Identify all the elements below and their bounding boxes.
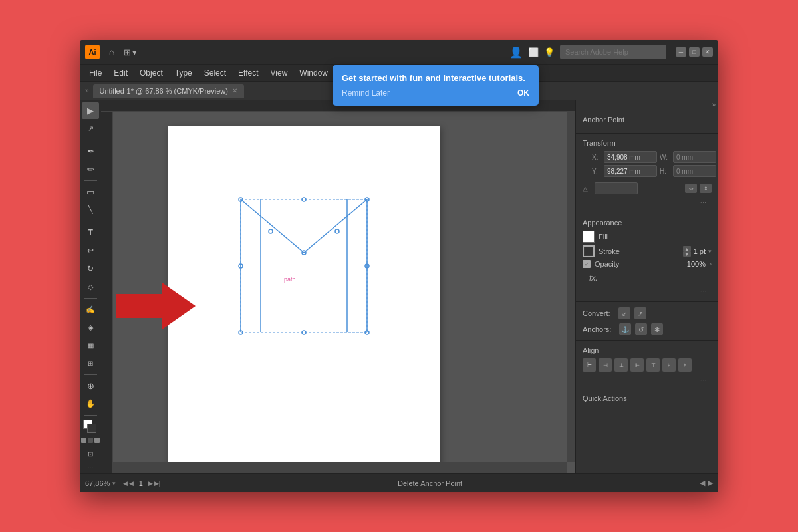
rotate-tool-button[interactable]: ↻ bbox=[82, 260, 99, 277]
eyedropper-tool-button[interactable]: ✍ bbox=[82, 301, 99, 318]
convert-smooth-button[interactable]: ↗ bbox=[634, 307, 646, 319]
mesh-tool-button[interactable]: ⊞ bbox=[82, 355, 99, 372]
stroke-increase-button[interactable]: ▲ bbox=[683, 246, 691, 251]
direct-select-tool-button[interactable]: ↗ bbox=[82, 120, 99, 137]
menu-window[interactable]: Window bbox=[294, 67, 333, 79]
select-tool-button[interactable]: ▶ bbox=[82, 102, 99, 119]
anchor-button-3[interactable]: ✱ bbox=[651, 323, 663, 335]
brush-controls bbox=[81, 438, 100, 443]
pencil-tool-button[interactable]: ✏ bbox=[82, 161, 99, 178]
transform-more-button[interactable]: ··· bbox=[583, 197, 712, 207]
rectangle-tool-button[interactable]: ▭ bbox=[82, 184, 99, 200]
line-tool-button[interactable]: ╲ bbox=[82, 201, 99, 218]
anchor-button-2[interactable]: ↺ bbox=[635, 323, 647, 335]
canvas-area[interactable]: path bbox=[101, 100, 575, 473]
convert-corner-button[interactable]: ↙ bbox=[618, 307, 630, 319]
minimize-button[interactable]: ─ bbox=[676, 47, 686, 57]
menu-select[interactable]: Select bbox=[199, 67, 231, 79]
opacity-label: Opacity bbox=[595, 260, 619, 268]
type-tool-button[interactable]: T bbox=[82, 224, 99, 241]
menu-object[interactable]: Object bbox=[134, 67, 168, 79]
align-center-h-button[interactable]: ⊥ bbox=[614, 358, 628, 372]
menu-edit[interactable]: Edit bbox=[108, 67, 133, 79]
tooltip-ok-button[interactable]: OK bbox=[517, 88, 529, 98]
stroke-decrease-button[interactable]: ▼ bbox=[683, 251, 691, 257]
ai-logo: Ai bbox=[85, 45, 100, 59]
right-panel: » Anchor Point Transform — X: W: bbox=[575, 100, 718, 473]
tool-separator-2 bbox=[84, 180, 97, 181]
transform-tool-button[interactable]: ◇ bbox=[82, 278, 99, 295]
flip-vertical-button[interactable]: ⇕ bbox=[700, 184, 712, 193]
pen-tool-button[interactable]: ✒ bbox=[82, 143, 99, 160]
x-input[interactable] bbox=[604, 151, 657, 163]
rotation-input[interactable] bbox=[595, 182, 638, 194]
w-input[interactable] bbox=[673, 151, 716, 163]
zoom-tool-button[interactable]: ⊕ bbox=[82, 378, 99, 394]
tooltip-actions: Remind Later OK bbox=[342, 88, 529, 98]
color-swatch[interactable] bbox=[83, 420, 98, 434]
remind-later-button[interactable]: Remind Later bbox=[342, 88, 390, 98]
gradient-tool-button[interactable]: ▦ bbox=[82, 337, 99, 354]
h-label: H: bbox=[660, 168, 670, 175]
zoom-dropdown-button[interactable]: ▾ bbox=[112, 480, 116, 487]
profile-icon[interactable]: 👤 bbox=[509, 46, 523, 59]
svg-point-9 bbox=[335, 229, 339, 233]
align-bottom-button[interactable]: ⊧ bbox=[678, 358, 692, 372]
y-input[interactable] bbox=[604, 165, 657, 177]
align-more-button[interactable]: ··· bbox=[583, 374, 712, 385]
anchor-button-1[interactable]: ⚓ bbox=[619, 323, 631, 335]
more-tools-button[interactable]: ··· bbox=[88, 464, 93, 471]
opacity-more-button[interactable]: › bbox=[710, 261, 712, 267]
align-top-button[interactable]: ⊤ bbox=[646, 358, 660, 372]
align-left-button[interactable]: ⊣ bbox=[598, 358, 612, 372]
flip-buttons: ⇔ ⇕ bbox=[685, 184, 712, 193]
menu-type[interactable]: Type bbox=[170, 67, 198, 79]
align-center-v-button[interactable]: ⊦ bbox=[662, 358, 676, 372]
flip-horizontal-button[interactable]: ⇔ bbox=[685, 184, 697, 193]
artboard-tool-button[interactable]: ⊡ bbox=[82, 446, 99, 462]
lightbulb-icon[interactable]: 💡 bbox=[544, 47, 555, 57]
menu-view[interactable]: View bbox=[265, 67, 293, 79]
align-left-edge-button[interactable]: ⊢ bbox=[583, 358, 596, 372]
canvas-prev-arrow[interactable]: ◀ bbox=[700, 479, 705, 487]
fill-swatch[interactable] bbox=[583, 231, 595, 243]
nav-first-button[interactable]: |◀ bbox=[121, 480, 127, 487]
fill-label: Fill bbox=[598, 233, 608, 241]
document-tab[interactable]: Untitled-1* @ 67,86 % (CMYK/Preview) ✕ bbox=[93, 84, 244, 98]
undo-tool-button[interactable]: ↩ bbox=[82, 242, 99, 259]
opacity-checkbox[interactable]: ✓ bbox=[583, 260, 591, 268]
align-section: Align ⊢ ⊣ ⊥ ⊩ ⊤ ⊦ ⊧ ··· bbox=[576, 341, 718, 390]
panel-collapse-right-button[interactable]: » bbox=[712, 101, 716, 108]
stroke-swatch[interactable] bbox=[583, 245, 595, 257]
scrollbar-bottom[interactable] bbox=[113, 462, 567, 473]
close-button[interactable]: ✕ bbox=[702, 47, 713, 57]
toolbar: ▶ ↗ ✒ ✏ ▭ ╲ T ↩ ↻ ◇ ✍ ◈ ▦ ⊞ ⊕ ✋ bbox=[80, 100, 101, 473]
hand-tool-button[interactable]: ✋ bbox=[82, 396, 99, 412]
rotation-label: △ bbox=[583, 185, 592, 192]
home-button[interactable]: ⌂ bbox=[104, 44, 120, 60]
maximize-button[interactable]: □ bbox=[689, 47, 700, 57]
canvas-next-arrow[interactable]: ▶ bbox=[708, 479, 713, 487]
stroke-label: Stroke bbox=[598, 247, 620, 255]
appearance-more-button[interactable]: ··· bbox=[583, 285, 712, 296]
panel-collapse-button[interactable]: » bbox=[85, 87, 89, 94]
stroke-dropdown-button[interactable]: ▾ bbox=[708, 248, 712, 255]
h-input[interactable] bbox=[673, 165, 716, 177]
nav-next-button[interactable]: ▶ bbox=[148, 480, 153, 487]
tab-close-button[interactable]: ✕ bbox=[232, 87, 237, 94]
nav-buttons: |◀ ◀ bbox=[121, 480, 133, 487]
align-right-button[interactable]: ⊩ bbox=[630, 358, 644, 372]
workspace-button[interactable]: ⊞▾ bbox=[124, 47, 137, 57]
menu-file[interactable]: File bbox=[84, 67, 107, 79]
search-input[interactable] bbox=[560, 45, 666, 59]
convert-buttons: ↙ ↗ bbox=[618, 307, 646, 319]
appearance-title: Appearance bbox=[583, 219, 712, 227]
blend-tool-button[interactable]: ◈ bbox=[82, 319, 99, 336]
nav-last-button[interactable]: ▶| bbox=[154, 480, 160, 487]
nav-prev-button[interactable]: ◀ bbox=[129, 480, 134, 487]
transform-section: Transform — X: W: Y: H: bbox=[576, 134, 718, 213]
device-icon[interactable]: ⬜ bbox=[528, 47, 539, 57]
menu-effect[interactable]: Effect bbox=[233, 67, 263, 79]
scrollbar-right[interactable] bbox=[567, 112, 575, 462]
canvas-paper: path bbox=[168, 126, 440, 473]
